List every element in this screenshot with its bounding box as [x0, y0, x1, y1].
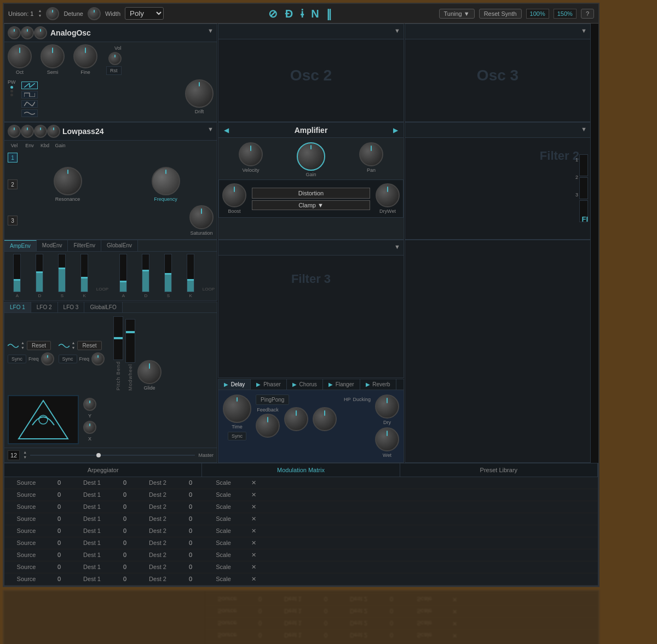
boost-knob[interactable] [222, 183, 246, 207]
delay-time-knob[interactable] [223, 394, 251, 423]
tab-preset-library[interactable]: Preset Library [400, 463, 598, 477]
lfo1-down[interactable]: ▼ [21, 346, 25, 350]
osc3-dropdown[interactable]: ▼ [581, 27, 587, 34]
delay-dry-knob[interactable] [375, 394, 399, 419]
zoom-100[interactable]: 100% [526, 9, 549, 19]
mod-dest1-6[interactable]: Dest 1 [70, 549, 114, 560]
f1-env-knob[interactable] [21, 125, 34, 138]
x-knob[interactable] [83, 421, 96, 434]
wave-saw[interactable] [21, 82, 38, 89]
help-button[interactable]: ? [581, 9, 594, 19]
tab-arpeggiator[interactable]: Arpeggiator [4, 463, 202, 477]
pitch-bend-slider[interactable] [113, 316, 123, 360]
feedback-knob[interactable] [256, 414, 280, 438]
poly-select[interactable]: PolyMonoLegato [125, 7, 164, 20]
f1-vel-knob[interactable] [8, 125, 21, 138]
mod-d2-val-6[interactable]: 0 [180, 549, 201, 560]
mod-dest2-8[interactable]: Dest 2 [136, 573, 180, 584]
osc1-knob1[interactable] [8, 26, 21, 39]
mod-dest1-1[interactable]: Dest 1 [70, 489, 114, 500]
zoom-150[interactable]: 150% [554, 9, 577, 19]
tab-phaser[interactable]: ▶ Phaser [251, 379, 286, 390]
mod-scale-0[interactable]: Scale [201, 477, 245, 488]
lfo2-spinner[interactable]: ▲ ▼ [72, 341, 76, 350]
mod-x-6[interactable]: ✕ [245, 549, 262, 561]
lfo1-up[interactable]: ▲ [21, 341, 25, 345]
mod-scale-1[interactable]: Scale [201, 489, 245, 500]
lfo2-sync[interactable]: Sync [59, 355, 77, 363]
clamp-button[interactable]: Clamp ▼ [252, 200, 370, 210]
mod-d1-val-4[interactable]: 0 [114, 525, 136, 536]
mod-dest1-4[interactable]: Dest 1 [70, 525, 114, 536]
filter3-dropdown[interactable]: ▼ [394, 243, 400, 250]
mod-d1-val-8[interactable]: 0 [114, 573, 136, 584]
mod-x-3[interactable]: ✕ [245, 513, 262, 525]
pan-knob[interactable] [359, 142, 383, 166]
osc1-knob2[interactable] [21, 26, 34, 39]
mod-source-8[interactable]: Source [4, 573, 48, 584]
env2-D-slider[interactable] [142, 254, 149, 292]
mod-d2-val-5[interactable]: 0 [180, 537, 201, 548]
wave-sine[interactable] [21, 109, 38, 117]
osc1-dropdown[interactable]: ▼ [208, 27, 214, 34]
amp-gain-knob[interactable] [297, 142, 325, 171]
vol-knob[interactable] [108, 52, 122, 65]
rst-button[interactable]: Rst [106, 66, 122, 75]
ducking-knob[interactable] [313, 407, 337, 431]
mod-dest1-0[interactable]: Dest 1 [70, 477, 114, 488]
filter1-btn3[interactable]: 3 [8, 216, 18, 225]
delay-wet-knob[interactable] [375, 427, 399, 451]
mod-src-val-1[interactable]: 0 [48, 489, 70, 500]
mod-x-7[interactable]: ✕ [245, 561, 262, 573]
width-knob[interactable] [88, 7, 101, 20]
f1-gain-knob[interactable] [47, 125, 60, 138]
mod-dest2-1[interactable]: Dest 2 [136, 489, 180, 500]
lfo1-reset[interactable]: Reset [27, 341, 51, 350]
mod-x-5[interactable]: ✕ [245, 537, 262, 549]
mod-dest1-3[interactable]: Dest 1 [70, 513, 114, 524]
mod-dest2-4[interactable]: Dest 2 [136, 525, 180, 536]
mod-src-val-5[interactable]: 0 [48, 537, 70, 548]
saturation-knob[interactable] [189, 205, 214, 229]
mod-dest2-6[interactable]: Dest 2 [136, 549, 180, 560]
tab-mod-matrix[interactable]: Modulation Matrix [202, 463, 400, 477]
delay-sync-btn[interactable]: Sync [228, 432, 246, 440]
mod-scale-4[interactable]: Scale [201, 525, 245, 536]
lfo1-spinner[interactable]: ▲ ▼ [21, 341, 25, 350]
fine-knob[interactable] [73, 44, 97, 68]
mod-scale-8[interactable]: Scale [201, 573, 245, 584]
env1-K-slider[interactable] [80, 254, 88, 292]
f2-slider2[interactable] [579, 177, 588, 199]
mod-dest2-2[interactable]: Dest 2 [136, 501, 180, 512]
frequency-knob[interactable] [152, 167, 180, 195]
mod-d2-val-4[interactable]: 0 [180, 525, 201, 536]
tab-ampenv[interactable]: AmpEnv [4, 240, 37, 251]
tab-reverb[interactable]: ▶ Reverb [360, 379, 396, 390]
env1-S-slider[interactable] [58, 254, 66, 292]
mod-dest2-5[interactable]: Dest 2 [136, 537, 180, 548]
amp-right-arrow[interactable]: ▶ [393, 126, 398, 134]
mod-dest2-0[interactable]: Dest 2 [136, 477, 180, 488]
lfo2-down[interactable]: ▼ [72, 346, 76, 350]
tab-lfo2[interactable]: LFO 2 [31, 302, 58, 312]
mod-x-0[interactable]: ✕ [245, 477, 262, 489]
mod-src-val-2[interactable]: 0 [48, 501, 70, 512]
lfo2-reset[interactable]: Reset [77, 341, 101, 350]
filter1-btn2[interactable]: 2 [8, 179, 18, 189]
unison-up[interactable]: ▲ [38, 9, 42, 13]
mod-d1-val-3[interactable]: 0 [114, 513, 136, 524]
mod-scale-3[interactable]: Scale [201, 513, 245, 524]
hp-knob[interactable] [284, 407, 308, 431]
unison-spinner[interactable]: ▲ ▼ [38, 9, 42, 18]
detune-knob[interactable] [46, 7, 59, 20]
tab-lfo3[interactable]: LFO 3 [58, 302, 85, 312]
mod-src-val-8[interactable]: 0 [48, 573, 70, 584]
mod-x-1[interactable]: ✕ [245, 489, 262, 501]
mod-scale-2[interactable]: Scale [201, 501, 245, 512]
mod-dest2-7[interactable]: Dest 2 [136, 561, 180, 572]
mod-dest1-7[interactable]: Dest 1 [70, 561, 114, 572]
lfo2-up[interactable]: ▲ [72, 341, 76, 345]
mod-d2-val-0[interactable]: 0 [180, 477, 201, 488]
mod-d2-val-3[interactable]: 0 [180, 513, 201, 524]
mod-scale-6[interactable]: Scale [201, 549, 245, 560]
